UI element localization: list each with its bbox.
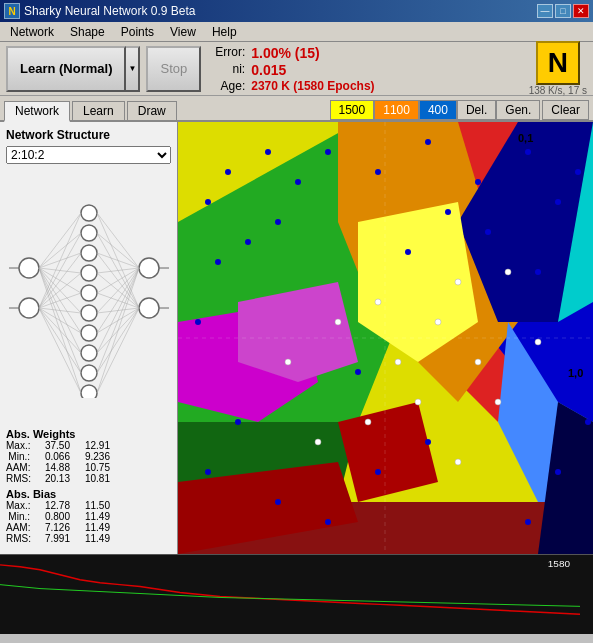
b-max-v2: 11.50 [74, 500, 114, 511]
svg-point-9 [81, 225, 97, 241]
svg-point-107 [435, 319, 441, 325]
tab-network[interactable]: Network [4, 101, 70, 122]
svg-point-87 [555, 199, 561, 205]
svg-point-98 [205, 469, 211, 475]
svg-line-32 [39, 293, 81, 308]
svg-point-79 [215, 259, 221, 265]
menu-item-view[interactable]: View [162, 23, 204, 41]
maximize-button[interactable]: □ [555, 4, 571, 18]
tab-draw[interactable]: Draw [127, 101, 177, 120]
menubar: NetworkShapePointsViewHelp [0, 22, 593, 42]
speed-info: 138 K/s, 17 s [529, 85, 587, 96]
error-label: Error: [215, 45, 245, 61]
svg-point-96 [525, 519, 531, 525]
svg-point-82 [195, 319, 201, 325]
network-structure-label: Network Structure [6, 128, 171, 142]
w-rms-v1: 20.13 [34, 473, 74, 484]
window-title: Sharky Neural Network 0.9 Beta [24, 4, 195, 18]
svg-line-51 [97, 273, 139, 308]
learn-button-group[interactable]: Learn (Normal) ▼ [6, 46, 140, 92]
svg-point-100 [325, 519, 331, 525]
abs-weights-title: Abs. Weights [6, 428, 171, 440]
svg-point-109 [415, 399, 421, 405]
chart-svg: 1580 [0, 555, 593, 634]
w-min-v2: 9.236 [74, 451, 114, 462]
svg-point-114 [285, 359, 291, 365]
svg-line-18 [39, 213, 81, 268]
svg-point-85 [475, 179, 481, 185]
svg-line-55 [97, 308, 139, 353]
w-max-v1: 37.50 [34, 440, 74, 451]
svg-point-11 [81, 265, 97, 281]
learn-dropdown-button[interactable]: ▼ [126, 46, 140, 92]
menu-item-network[interactable]: Network [2, 23, 62, 41]
b-aam-v1: 7.126 [34, 522, 74, 533]
n-logo: N [536, 41, 580, 85]
svg-line-39 [97, 233, 139, 268]
menu-item-points[interactable]: Points [113, 23, 162, 41]
svg-rect-122 [0, 555, 593, 634]
svg-point-101 [375, 469, 381, 475]
stop-button[interactable]: Stop [146, 46, 201, 92]
tab-row: Network Learn Draw 1500 1100 400 Del. Ge… [0, 96, 593, 122]
viz-canvas: 0,1 1,0 [178, 122, 593, 554]
svg-line-35 [39, 308, 81, 353]
svg-point-103 [355, 369, 361, 375]
svg-point-10 [81, 245, 97, 261]
svg-line-52 [97, 293, 139, 308]
w-rms-v2: 10.81 [74, 473, 114, 484]
bias-grid: Max.: 12.78 11.50 Min.: 0.800 11.49 AAM:… [6, 500, 171, 544]
clear-button[interactable]: Clear [542, 100, 589, 120]
b-min-v1: 0.800 [34, 511, 74, 522]
svg-point-99 [275, 499, 281, 505]
svg-line-38 [97, 213, 139, 268]
learn-button[interactable]: Learn (Normal) [6, 46, 126, 92]
gen-button[interactable]: Gen. [496, 100, 540, 120]
del-button[interactable]: Del. [457, 100, 496, 120]
tab-learn[interactable]: Learn [72, 101, 125, 120]
svg-point-77 [295, 179, 301, 185]
b-max-label: Max.: [6, 500, 34, 511]
w-min-label: Min.: [6, 451, 34, 462]
svg-point-17 [81, 385, 97, 398]
b-rms-v1: 7.991 [34, 533, 74, 544]
svg-point-112 [315, 439, 321, 445]
nn-diagram [6, 172, 171, 424]
main-content: Network Structure 2:10:2 2:5:2 2:8:3 [0, 122, 593, 554]
svg-text:1,0: 1,0 [568, 367, 583, 379]
age-label: Age: [215, 79, 245, 93]
structure-select[interactable]: 2:10:2 2:5:2 2:8:3 [6, 146, 171, 164]
menu-item-shape[interactable]: Shape [62, 23, 113, 41]
svg-point-89 [405, 249, 411, 255]
w-aam-v1: 14.88 [34, 462, 74, 473]
error-value: 1.00% (15) [251, 45, 514, 61]
svg-point-84 [425, 139, 431, 145]
svg-point-12 [81, 285, 97, 301]
ni-value: 0.015 [251, 62, 514, 78]
num-btn-400[interactable]: 400 [419, 100, 457, 120]
abs-weights-section: Abs. Weights Max.: 37.50 12.91 Min.: 0.0… [6, 428, 171, 484]
svg-line-53 [97, 308, 139, 313]
svg-point-105 [375, 299, 381, 305]
num-btn-1100[interactable]: 1100 [374, 100, 419, 120]
titlebar-left: N Sharky Neural Network 0.9 Beta [4, 3, 195, 19]
w-aam-label: AAM: [6, 462, 34, 473]
svg-line-49 [97, 233, 139, 308]
w-max-label: Max.: [6, 440, 34, 451]
num-btn-1500[interactable]: 1500 [330, 100, 375, 120]
weights-grid: Max.: 37.50 12.91 Min.: 0.066 9.236 AAM:… [6, 440, 171, 484]
svg-point-93 [565, 319, 571, 325]
minimize-button[interactable]: — [537, 4, 553, 18]
svg-point-80 [275, 219, 281, 225]
w-rms-label: RMS: [6, 473, 34, 484]
close-button[interactable]: ✕ [573, 4, 589, 18]
svg-point-102 [425, 439, 431, 445]
svg-point-5 [139, 298, 159, 318]
info-panel: Error: 1.00% (15) ni: 0.015 Age: 2370 K … [207, 45, 522, 93]
svg-point-14 [81, 325, 97, 341]
b-aam-label: AAM: [6, 522, 34, 533]
svg-line-29 [39, 233, 81, 308]
window-controls[interactable]: — □ ✕ [537, 4, 589, 18]
nn-svg [9, 198, 169, 398]
menu-item-help[interactable]: Help [204, 23, 245, 41]
